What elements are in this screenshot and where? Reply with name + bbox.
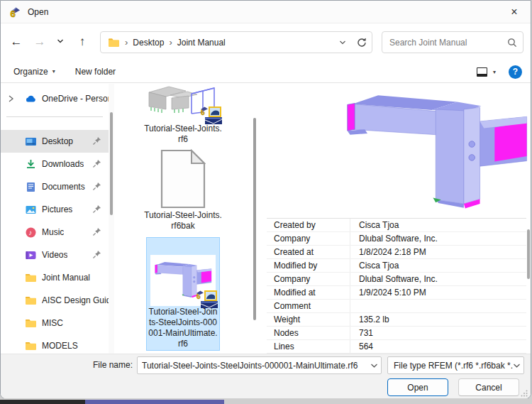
search-icon[interactable] — [507, 38, 517, 48]
detail-value: Dlubal Software, Inc. — [350, 234, 526, 244]
sidebar-item-label: MODELS — [42, 341, 78, 351]
sidebar-scrollbar[interactable] — [109, 84, 114, 354]
table-row: Nodes 731 — [267, 327, 526, 340]
detail-label: Modified at — [267, 286, 350, 299]
file-type-value: File type RFEM (*.rf6 *.rf6bak *.r — [394, 361, 513, 371]
sidebar-item-label: Joint Manual — [42, 273, 90, 283]
detail-label: Nodes — [267, 327, 350, 339]
sidebar-item-label: Downloads — [42, 159, 84, 169]
sidebar-item-label: Videos — [42, 250, 67, 260]
recent-locations-chevron-icon[interactable] — [57, 38, 64, 44]
rfem-file-badge-icon: 6 — [199, 107, 223, 125]
detail-label: Created by — [267, 219, 350, 231]
sidebar-item-desktop[interactable]: Desktop — [1, 130, 109, 153]
file-list-scrollbar[interactable] — [252, 84, 257, 354]
blank-document-icon — [160, 149, 206, 209]
folder-icon — [25, 295, 37, 307]
sidebar-item-label: Documents — [42, 182, 85, 192]
refresh-icon[interactable] — [356, 37, 367, 48]
sidebar-item-label: OneDrive - Person — [42, 94, 109, 104]
folder-icon — [108, 38, 120, 48]
sidebar-separator — [6, 116, 103, 117]
open-button[interactable]: Open — [387, 378, 448, 396]
details-table-scrollbar[interactable] — [526, 218, 531, 354]
detail-label: Modified by — [267, 259, 350, 272]
pin-icon — [92, 136, 101, 146]
new-folder-button[interactable]: New folder — [75, 67, 116, 77]
breadcrumb-joint-manual[interactable]: Joint Manual — [177, 38, 226, 48]
sidebar-item-documents[interactable]: Documents — [1, 175, 109, 198]
resize-grip[interactable] — [521, 390, 528, 397]
close-button[interactable]: × — [498, 1, 531, 23]
navigation-pane: OneDrive - Person Desktop — [1, 84, 109, 354]
pin-icon — [92, 182, 101, 191]
view-mode-dropdown-icon[interactable]: ▾ — [493, 69, 496, 75]
breadcrumb-desktop[interactable]: Desktop — [133, 38, 164, 48]
detail-value: Cisca Tjoa — [350, 220, 526, 230]
file-name-label: Tutorial-Steel-Joints.rf6bak — [144, 210, 222, 231]
sidebar-item-label: Pictures — [42, 204, 72, 214]
sidebar-item-joint-manual[interactable]: Joint Manual — [1, 266, 109, 289]
back-button[interactable]: ← — [8, 31, 25, 53]
rfem6-app-icon: 6 — [9, 6, 21, 18]
file-name-field-label: File name: — [1, 360, 133, 370]
table-row: Weight 135.2 lb — [267, 313, 526, 327]
preview-pane: Created by Cisca Tjoa Company Dlubal Sof… — [257, 84, 531, 354]
cancel-button[interactable]: Cancel — [458, 378, 519, 396]
detail-label: Lines — [267, 340, 350, 353]
organize-menu[interactable]: Organize ▾ — [13, 67, 55, 77]
sidebar-item-aisc-design-guide[interactable]: AISC Design Guid — [1, 289, 109, 312]
sidebar-item-onedrive[interactable]: OneDrive - Person — [1, 88, 109, 109]
sidebar-item-pictures[interactable]: Pictures — [1, 198, 109, 221]
file-type-select[interactable]: File type RFEM (*.rf6 *.rf6bak *.r — [387, 356, 524, 374]
sidebar-item-misc[interactable]: MISC — [1, 312, 109, 334]
table-row: Company Dlubal Software, Inc. — [267, 273, 526, 286]
pin-icon — [92, 250, 101, 259]
sidebar-item-models[interactable]: MODELS — [1, 334, 109, 354]
file-name-input[interactable] — [142, 361, 370, 371]
view-mode-icon[interactable] — [477, 67, 487, 77]
detail-label: Created at — [267, 246, 350, 258]
steel-joint-3d-preview — [325, 85, 531, 216]
svg-text:6: 6 — [11, 8, 16, 18]
search-input[interactable] — [389, 38, 507, 48]
desktop-icon — [25, 136, 37, 148]
detail-label: Weight — [267, 313, 350, 326]
table-row: Created by Cisca Tjoa — [267, 219, 526, 232]
file-name-combobox[interactable] — [137, 356, 382, 374]
file-item-rf6[interactable]: 6 Tutorial-Steel-Joints.rf6 — [144, 84, 222, 145]
table-row: Comment — [267, 300, 526, 313]
sidebar-item-music[interactable]: ♪ Music — [1, 221, 109, 244]
file-item-mainultimate-selected[interactable]: 6 Tutorial-Steel-Joints-SteelJoints-0000… — [146, 237, 220, 351]
table-row: Company Dlubal Software, Inc. — [267, 232, 526, 246]
address-bar[interactable]: › Desktop › Joint Manual — [100, 31, 372, 53]
onedrive-cloud-icon — [25, 93, 37, 105]
sidebar-item-label: MISC — [42, 318, 63, 328]
breadcrumb-separator: › — [125, 37, 128, 48]
select-chevron-icon — [513, 363, 521, 368]
up-button[interactable]: ↑ — [74, 31, 91, 53]
folder-icon — [25, 340, 37, 352]
dialog-content: OneDrive - Person Desktop — [1, 84, 531, 354]
open-dialog: 6 Open × ← → ↑ › Desktop › Joint Manual — [0, 0, 531, 399]
sidebar-item-label: Desktop — [42, 136, 73, 146]
sidebar-item-downloads[interactable]: Downloads — [1, 153, 109, 175]
table-row: Created at 1/8/2024 2:18 PM — [267, 246, 526, 259]
title-bar: 6 Open × — [1, 1, 531, 23]
expand-chevron-icon[interactable] — [8, 94, 14, 103]
organize-label: Organize — [13, 67, 48, 77]
search-box[interactable] — [382, 31, 523, 53]
detail-value: 1/9/2024 5:10 PM — [350, 288, 526, 297]
detail-value: 135.2 lb — [350, 315, 526, 324]
combobox-chevron-icon[interactable] — [370, 363, 378, 368]
documents-icon — [25, 181, 37, 193]
detail-value: 564 — [350, 342, 526, 351]
address-dropdown-chevron-icon[interactable] — [339, 40, 346, 45]
detail-value: Cisca Tjoa — [350, 261, 526, 271]
sidebar-item-label: Music — [42, 227, 64, 237]
sidebar-item-videos[interactable]: Videos — [1, 244, 109, 266]
pictures-icon — [25, 204, 37, 216]
help-button[interactable]: ? — [509, 65, 522, 79]
detail-label: Comment — [267, 300, 350, 312]
file-item-rf6bak[interactable]: Tutorial-Steel-Joints.rf6bak — [144, 149, 222, 231]
